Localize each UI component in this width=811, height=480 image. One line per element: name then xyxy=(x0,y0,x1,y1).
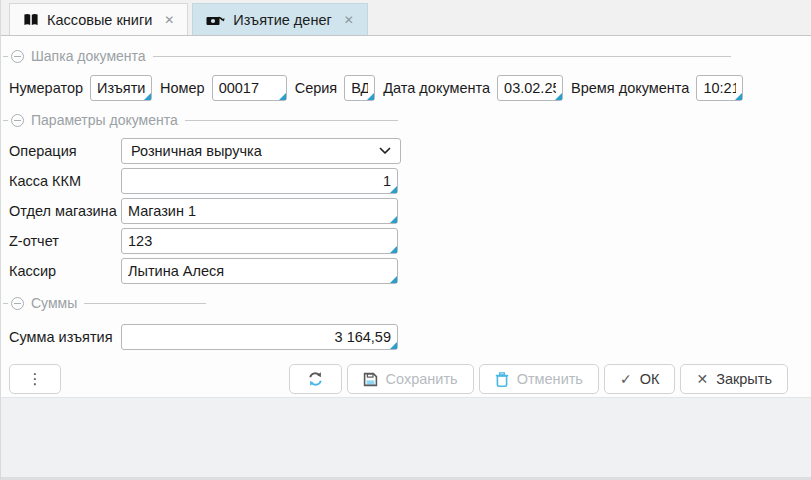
menu-button[interactable]: ⋮ xyxy=(9,364,61,394)
operation-label: Операция xyxy=(9,143,121,159)
action-buttons: Сохранить Отменить ✓ ОК ✕ Закрыть xyxy=(289,364,788,394)
ok-label: ОК xyxy=(640,371,660,387)
cancel-button[interactable]: Отменить xyxy=(479,364,599,394)
doc-date-label: Дата документа xyxy=(383,80,490,96)
save-label: Сохранить xyxy=(386,371,458,387)
close-x-icon: ✕ xyxy=(696,372,708,386)
z-report-input[interactable] xyxy=(121,228,398,254)
kkm-cash-label: Касса ККМ xyxy=(9,173,121,189)
section-doc-params: Параметры документа xyxy=(3,112,398,128)
kkm-cash-input[interactable] xyxy=(121,168,398,194)
store-dept-row: Отдел магазина xyxy=(9,198,398,224)
tab-money-withdrawal[interactable]: Изъятие денег ✕ xyxy=(192,3,367,35)
cashier-input[interactable] xyxy=(121,258,398,284)
close-button[interactable]: ✕ Закрыть xyxy=(680,364,788,394)
tab-cash-books[interactable]: Кассовые книги ✕ xyxy=(9,3,188,35)
collapse-icon[interactable] xyxy=(11,114,24,127)
doc-time-input[interactable] xyxy=(696,75,743,101)
operation-row: Операция Розничная выручка xyxy=(9,138,401,164)
document-window: Кассовые книги ✕ Изъятие денег ✕ Шапка д… xyxy=(0,0,811,480)
cancel-label: Отменить xyxy=(517,371,583,387)
tab-bar: Кассовые книги ✕ Изъятие денег ✕ xyxy=(1,0,811,36)
cashier-row: Кассир xyxy=(9,258,398,284)
kkm-cash-row: Касса ККМ xyxy=(9,168,398,194)
z-report-label: Z-отчет xyxy=(9,233,121,249)
trash-icon xyxy=(495,372,509,387)
kebab-menu-icon: ⋮ xyxy=(28,370,43,388)
withdrawal-sum-input[interactable] xyxy=(121,324,398,350)
bottom-toolbar: ⋮ xyxy=(1,364,811,394)
check-icon: ✓ xyxy=(620,372,632,386)
tab-label: Изъятие денег xyxy=(233,12,331,28)
chevron-down-icon xyxy=(379,147,391,155)
section-sums: Суммы xyxy=(3,295,206,311)
collapse-icon[interactable] xyxy=(11,297,24,310)
series-input[interactable] xyxy=(344,75,375,101)
close-icon[interactable]: ✕ xyxy=(344,14,354,26)
close-icon[interactable]: ✕ xyxy=(164,14,174,26)
numerator-label: Нумератор xyxy=(9,80,83,96)
save-icon xyxy=(363,372,378,387)
number-input[interactable] xyxy=(212,75,287,101)
money-withdrawal-icon xyxy=(206,13,225,27)
withdrawal-sum-label: Сумма изъятия xyxy=(9,329,121,345)
footer-area xyxy=(1,397,811,480)
withdrawal-sum-row: Сумма изъятия xyxy=(9,324,398,350)
book-icon xyxy=(23,13,39,26)
doc-header-row: Нумератор Номер Серия Дата документа Вре… xyxy=(9,75,751,101)
save-button[interactable]: Сохранить xyxy=(347,364,474,394)
close-label: Закрыть xyxy=(716,371,772,387)
doc-time-label: Время документа xyxy=(571,80,689,96)
cashier-label: Кассир xyxy=(9,263,121,279)
refresh-icon xyxy=(307,371,324,387)
number-label: Номер xyxy=(160,80,205,96)
operation-select[interactable]: Розничная выручка xyxy=(121,138,401,164)
section-title: Параметры документа xyxy=(31,112,178,128)
section-title: Суммы xyxy=(31,295,77,311)
section-doc-header: Шапка документа xyxy=(3,48,731,64)
refresh-button[interactable] xyxy=(289,364,342,394)
numerator-input[interactable] xyxy=(90,75,152,101)
store-dept-input[interactable] xyxy=(121,198,398,224)
collapse-icon[interactable] xyxy=(11,50,24,63)
doc-date-input[interactable] xyxy=(497,75,563,101)
series-label: Серия xyxy=(295,80,338,96)
operation-value: Розничная выручка xyxy=(131,143,262,159)
z-report-row: Z-отчет xyxy=(9,228,398,254)
section-title: Шапка документа xyxy=(31,48,146,64)
ok-button[interactable]: ✓ ОК xyxy=(604,364,675,394)
store-dept-label: Отдел магазина xyxy=(9,203,121,219)
tab-label: Кассовые книги xyxy=(47,12,152,28)
